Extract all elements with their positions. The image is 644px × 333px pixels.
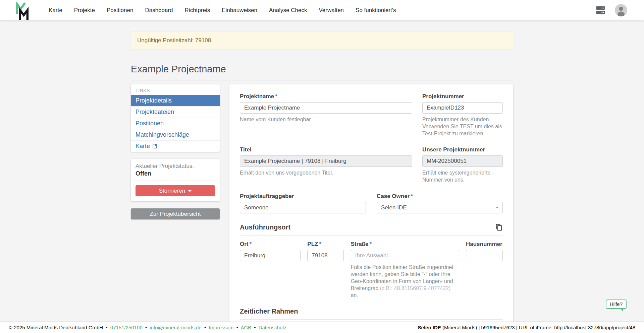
section-divider xyxy=(240,235,503,236)
projektname-label: Projektname* xyxy=(240,93,412,100)
chevron-down-icon xyxy=(496,207,498,208)
main-menu: Karte Projekte Positionen Dashboard Rich… xyxy=(49,7,396,14)
projektauftraggeber-label: Projektauftraggeber xyxy=(240,193,366,200)
projektnummer-input[interactable] xyxy=(422,102,503,114)
required-marker: * xyxy=(319,241,321,247)
sidebar-item-positionen[interactable]: Positionen xyxy=(131,118,220,129)
nav-item-dashboard[interactable]: Dashboard xyxy=(145,7,173,14)
projektname-input[interactable] xyxy=(240,102,412,114)
required-marker: * xyxy=(275,93,277,99)
zur-projektuebersicht-button[interactable]: Zur Projektübersicht xyxy=(131,208,220,219)
mineral-minds-logo[interactable] xyxy=(15,2,30,20)
copy-icon[interactable] xyxy=(495,223,503,231)
strasse-label: Straße* xyxy=(351,241,459,248)
zeitlicher-rahmen-section-title: Zeitlicher Rahmen xyxy=(240,308,298,315)
stornieren-button[interactable]: Stornieren xyxy=(136,185,215,196)
nav-item-analyse-check[interactable]: Analyse Check xyxy=(269,7,307,14)
server-icon[interactable] xyxy=(595,5,606,16)
strasse-help: Falls die Position keiner Straße zugeord… xyxy=(351,264,459,299)
page-title: Example Projectname xyxy=(131,64,513,80)
unsere-projektnummer-input xyxy=(422,155,503,167)
sidebar-item-projektdateien[interactable]: Projektdateien xyxy=(131,106,220,118)
plz-label: PLZ* xyxy=(307,241,344,248)
unsere-projektnummer-label: Unsere Projektnummer xyxy=(422,146,503,153)
footer-left: © 2025 Mineral Minds Deutschland GmbH • … xyxy=(9,325,286,330)
nav-item-projekte[interactable]: Projekte xyxy=(74,7,95,14)
nav-item-so-funktionierts[interactable]: So funktioniert's xyxy=(356,7,396,14)
case-owner-label: Case Owner* xyxy=(377,193,503,200)
avatar xyxy=(615,4,627,16)
status-divider xyxy=(131,181,220,181)
status-value: Offen xyxy=(136,170,215,181)
status-label: Aktueller Projektstatus: xyxy=(136,163,215,170)
nav-item-einbauweisen[interactable]: Einbauweisen xyxy=(222,7,257,14)
external-link-icon xyxy=(152,144,157,149)
sidebar-item-matchingvorschlaege[interactable]: Matchingvorschläge xyxy=(131,129,220,140)
user-avatar-icon[interactable] xyxy=(615,4,627,16)
projektnummer-label: Projektnummer xyxy=(422,93,503,100)
ort-input[interactable] xyxy=(240,250,301,261)
footer-link-agb[interactable]: AGB xyxy=(240,325,251,330)
links-card-header: LINKS xyxy=(131,84,220,95)
status-card: Aktueller Projektstatus: Offen Storniere… xyxy=(131,159,220,201)
case-owner-select[interactable]: Selen IDE xyxy=(377,202,503,213)
projektnummer-help: Projektnummer des Kunden. Verwenden Sie … xyxy=(422,116,503,137)
footer: © 2025 Mineral Minds Deutschland GmbH • … xyxy=(0,322,644,333)
required-marker: * xyxy=(411,193,413,199)
titel-input xyxy=(240,155,412,167)
projektauftraggeber-input[interactable] xyxy=(240,202,366,213)
titel-label: Titel xyxy=(240,146,412,153)
hausnummer-label: Hausnummer xyxy=(466,241,503,248)
footer-link-email[interactable]: info@mineral-minds.de xyxy=(150,325,201,330)
warning-alert-text: Ungültige Postleitzahl: 79108 xyxy=(137,37,211,44)
strasse-input[interactable] xyxy=(351,250,459,261)
required-marker: * xyxy=(370,241,372,247)
footer-environment-info: Selen IDE (Mineral Minds) | b91695ed7623… xyxy=(418,325,635,330)
main-content: Ungültige Postleitzahl: 79108 Example Pr… xyxy=(0,20,644,322)
footer-link-datenschutz[interactable]: Datenschutz xyxy=(259,325,286,330)
hausnummer-input[interactable] xyxy=(466,250,503,261)
nav-item-verwalten[interactable]: Verwalten xyxy=(319,7,344,14)
project-details-form: Projektname* Name vom Kunden festlegbar … xyxy=(229,84,513,322)
plz-input[interactable] xyxy=(307,250,344,261)
sidebar-item-projektdetails[interactable]: Projektdetails xyxy=(131,95,220,106)
case-owner-selected-value: Selen IDE xyxy=(381,204,407,211)
projektname-help: Name vom Kunden festlegbar xyxy=(240,116,412,123)
stornieren-button-label: Stornieren xyxy=(159,188,185,194)
footer-link-phone[interactable]: 07151/250100 xyxy=(110,325,143,330)
warning-alert: Ungültige Postleitzahl: 79108 xyxy=(131,31,513,50)
nav-item-richtpreis[interactable]: Richtpreis xyxy=(185,7,210,14)
section-divider xyxy=(240,319,503,320)
hilfe-button[interactable]: Hilfe? xyxy=(606,299,627,309)
ausfuehrungsort-section-title: Ausführungsort xyxy=(240,223,290,231)
top-navigation: Karte Projekte Positionen Dashboard Rich… xyxy=(0,0,644,20)
unsere-projektnummer-help: Erhält eine systemgenerierte Nummer von … xyxy=(422,169,503,183)
footer-copyright: © 2025 Mineral Minds Deutschland GmbH xyxy=(9,325,103,330)
nav-item-positionen[interactable]: Positionen xyxy=(107,7,133,14)
sidebar-item-karte[interactable]: Karte xyxy=(131,140,220,152)
project-section-nav: Projektdetails Projektdateien Positionen… xyxy=(131,95,220,152)
links-card: LINKS Projektdetails Projektdateien Posi… xyxy=(131,84,220,152)
chevron-down-icon xyxy=(188,190,192,192)
nav-item-karte[interactable]: Karte xyxy=(49,7,62,14)
footer-link-impressum[interactable]: Impressum xyxy=(209,325,233,330)
ort-label: Ort* xyxy=(240,241,301,248)
sidebar-item-karte-label: Karte xyxy=(136,143,150,150)
required-marker: * xyxy=(250,241,252,247)
titel-help: Erhält den von uns vorgegebenen Titel. xyxy=(240,169,412,176)
